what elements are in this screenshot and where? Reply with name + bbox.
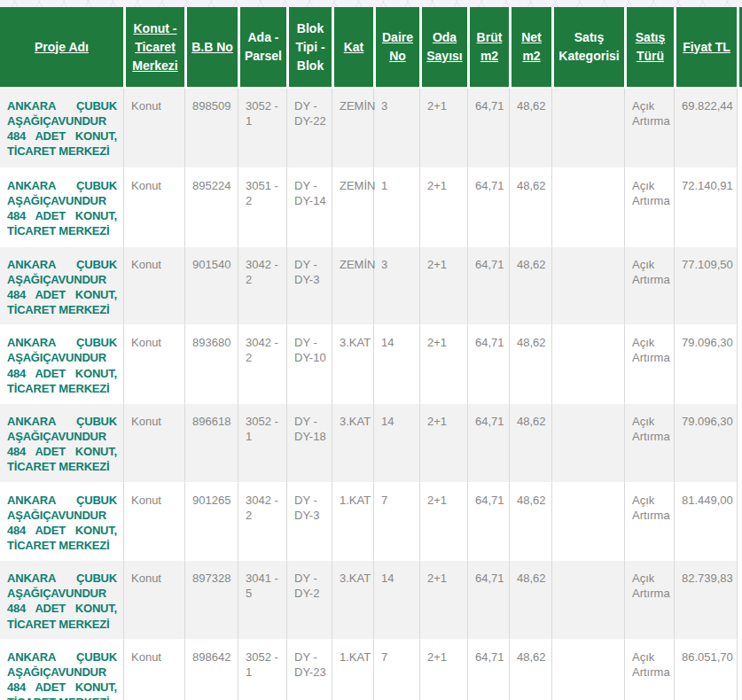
- column-sort-link-net[interactable]: Net m2: [521, 30, 542, 63]
- column-header-satis_turu[interactable]: Satış Türü: [624, 7, 674, 89]
- cell-fiyat: 79.096,30: [674, 404, 737, 483]
- cell-extra: [737, 640, 742, 700]
- column-header-fiyat[interactable]: Fiyat TL: [674, 7, 737, 89]
- cell-konut: Konut: [123, 168, 184, 247]
- cell-kat: 3.KAT: [332, 404, 373, 483]
- cell-satis_turu: Açık Artırma: [624, 325, 674, 404]
- cell-ada: 3042 - 2: [238, 483, 286, 562]
- cell-blok: DY - DY-22: [286, 89, 332, 168]
- cell-blok: DY - DY-3: [286, 247, 332, 326]
- column-header-oda[interactable]: Oda Sayısı: [419, 7, 467, 89]
- cell-ada: 3042 - 2: [238, 247, 286, 326]
- cell-bbno: 897328: [184, 561, 238, 640]
- column-header-konut[interactable]: Konut - Ticaret Merkezi: [123, 7, 184, 89]
- cell-blok: DY - DY-3: [286, 483, 332, 562]
- cell-kat: 1.KAT: [332, 640, 373, 700]
- cell-ada: 3052 - 1: [238, 640, 286, 700]
- table-header-row: Proje AdıKonut - Ticaret MerkeziB.B NoAd…: [0, 7, 742, 89]
- cell-oda: 2+1: [419, 483, 467, 562]
- cell-proje: ANKARA ÇUBUK AŞAĞIÇAVUNDUR 484 ADET KONU…: [0, 640, 123, 700]
- cell-extra: [737, 483, 742, 562]
- cell-ada: 3041 - 5: [238, 561, 286, 640]
- cell-oda: 2+1: [419, 404, 467, 483]
- cell-oda: 2+1: [419, 561, 467, 640]
- table-row: ANKARA ÇUBUK AŞAĞIÇAVUNDUR 484 ADET KONU…: [0, 325, 742, 404]
- column-header-blok: Blok Tipi - Blok: [286, 7, 332, 89]
- cell-konut: Konut: [123, 561, 184, 640]
- cell-fiyat: 86.051,70: [674, 640, 737, 700]
- cell-blok: DY - DY-2: [286, 561, 332, 640]
- cell-net: 48,62: [509, 89, 551, 168]
- column-sort-link-brut[interactable]: Brüt m2: [477, 30, 503, 63]
- cell-kat: ZEMİN: [332, 247, 373, 326]
- cell-satis_turu: Açık Artırma: [624, 640, 674, 700]
- cell-brut: 64,71: [467, 168, 509, 247]
- column-sort-link-kat[interactable]: Kat: [344, 40, 364, 54]
- table-body: ANKARA ÇUBUK AŞAĞIÇAVUNDUR 484 ADET KONU…: [0, 89, 742, 700]
- cell-satis_turu: Açık Artırma: [624, 561, 674, 640]
- cell-satis_turu: Açık Artırma: [624, 483, 674, 562]
- cell-kat: ZEMİN: [332, 168, 373, 247]
- cell-extra: [737, 247, 742, 326]
- cell-konut: Konut: [123, 89, 184, 168]
- cell-satis_kat: [551, 404, 624, 483]
- table-row: ANKARA ÇUBUK AŞAĞIÇAVUNDUR 484 ADET KONU…: [0, 404, 742, 483]
- cell-proje: ANKARA ÇUBUK AŞAĞIÇAVUNDUR 484 ADET KONU…: [0, 561, 123, 640]
- cell-extra: [737, 168, 742, 247]
- column-header-daire[interactable]: Daire No: [373, 7, 419, 89]
- cell-brut: 64,71: [467, 640, 509, 700]
- column-sort-link-proje[interactable]: Proje Adı: [35, 40, 89, 54]
- cell-bbno: 898509: [184, 89, 238, 168]
- cell-proje: ANKARA ÇUBUK AŞAĞIÇAVUNDUR 484 ADET KONU…: [0, 247, 123, 326]
- column-header-kat[interactable]: Kat: [332, 7, 373, 89]
- cell-net: 48,62: [509, 483, 551, 562]
- column-header-brut[interactable]: Brüt m2: [467, 7, 509, 89]
- cell-extra: [737, 325, 742, 404]
- cell-kat: 1.KAT: [332, 483, 373, 562]
- cell-daire: 14: [373, 404, 419, 483]
- column-header-label-ada: Ada - Parsel: [245, 30, 282, 63]
- table-row: ANKARA ÇUBUK AŞAĞIÇAVUNDUR 484 ADET KONU…: [0, 247, 742, 326]
- column-header-net[interactable]: Net m2: [509, 7, 551, 89]
- cell-daire: 3: [373, 247, 419, 326]
- cell-net: 48,62: [509, 325, 551, 404]
- table-row: ANKARA ÇUBUK AŞAĞIÇAVUNDUR 484 ADET KONU…: [0, 640, 742, 700]
- cell-satis_turu: Açık Artırma: [624, 404, 674, 483]
- column-sort-link-oda[interactable]: Oda Sayısı: [426, 30, 462, 63]
- cell-blok: DY - DY-18: [286, 404, 332, 483]
- cell-oda: 2+1: [419, 640, 467, 700]
- cell-satis_turu: Açık Artırma: [624, 168, 674, 247]
- cell-fiyat: 77.109,50: [674, 247, 737, 326]
- page-background: Proje AdıKonut - Ticaret MerkeziB.B NoAd…: [0, 0, 742, 700]
- cell-extra: [737, 404, 742, 483]
- table-row: ANKARA ÇUBUK AŞAĞIÇAVUNDUR 484 ADET KONU…: [0, 168, 742, 247]
- cell-brut: 64,71: [467, 325, 509, 404]
- column-header-bbno[interactable]: B.B No: [184, 7, 238, 89]
- cell-konut: Konut: [123, 247, 184, 326]
- table-header: Proje AdıKonut - Ticaret MerkeziB.B NoAd…: [0, 7, 742, 89]
- cell-net: 48,62: [509, 640, 551, 700]
- column-sort-link-fiyat[interactable]: Fiyat TL: [683, 40, 730, 54]
- column-sort-link-daire[interactable]: Daire No: [382, 30, 413, 63]
- cell-fiyat: 69.822,44: [674, 89, 737, 168]
- column-sort-link-bbno[interactable]: B.B No: [191, 40, 233, 54]
- cell-daire: 3: [373, 89, 419, 168]
- cell-satis_turu: Açık Artırma: [624, 247, 674, 326]
- cell-bbno: 895224: [184, 168, 238, 247]
- cell-brut: 64,71: [467, 483, 509, 562]
- cell-satis_kat: [551, 640, 624, 700]
- column-sort-link-satis_turu[interactable]: Satış Türü: [636, 30, 665, 63]
- cell-konut: Konut: [123, 483, 184, 562]
- cell-brut: 64,71: [467, 89, 509, 168]
- column-header-proje[interactable]: Proje Adı: [0, 7, 123, 89]
- cell-daire: 1: [373, 168, 419, 247]
- cell-oda: 2+1: [419, 325, 467, 404]
- cell-extra: [737, 561, 742, 640]
- cell-satis_kat: [551, 168, 624, 247]
- cell-daire: 14: [373, 325, 419, 404]
- cell-extra: [737, 89, 742, 168]
- cell-daire: 14: [373, 561, 419, 640]
- cell-fiyat: 72.140,91: [674, 168, 737, 247]
- cell-satis_turu: Açık Artırma: [624, 89, 674, 168]
- column-sort-link-konut[interactable]: Konut - Ticaret Merkezi: [132, 21, 177, 73]
